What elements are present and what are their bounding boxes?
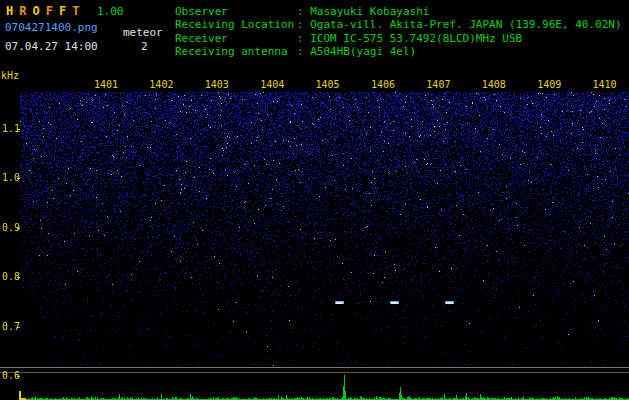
khz-tick-mark: [17, 178, 20, 179]
info-value: : A504HB(yagi 4el): [297, 45, 416, 58]
info-label: Observer: [175, 5, 297, 18]
app-title-letter: H: [6, 4, 13, 18]
minute-tick-label: 1404: [254, 79, 290, 90]
app-title-letter: R: [19, 4, 26, 18]
info-label: Receiver: [175, 32, 297, 45]
app-title-letter: T: [72, 4, 79, 18]
minute-tick-label: 1409: [531, 79, 567, 90]
observation-datetime: 07.04.27 14:00: [5, 40, 98, 53]
strip-divider-line-1: [0, 367, 629, 368]
info-label: Receiving antenna: [175, 45, 297, 58]
khz-tick-mark: [17, 277, 20, 278]
info-label: Receiving Location: [175, 18, 297, 31]
minute-tick-label: 1410: [587, 79, 623, 90]
app-title: HROFFT: [6, 4, 85, 18]
y-axis-unit: kHz: [1, 70, 19, 82]
meteor-label: meteor: [123, 26, 163, 39]
info-value: : Ogata-vill. Akita-Pref. JAPAN (139.96E…: [297, 18, 622, 31]
app-title-letter: O: [32, 4, 39, 18]
output-filename: 0704271400.png: [5, 21, 98, 34]
minute-tick-label: 1407: [420, 79, 456, 90]
signal-strip-canvas: [20, 374, 629, 400]
info-value: : Masayuki Kobayashi: [297, 5, 429, 18]
hrofft-output: HROFFT 1.00 0704271400.png meteor 07.04.…: [0, 0, 629, 400]
station-info-row: Observer: Masayuki Kobayashi: [175, 5, 622, 18]
app-title-letter: F: [59, 4, 66, 18]
minute-tick-label: 1402: [143, 79, 179, 90]
station-info-row: Receiver: ICOM IC-575 53.7492(8LCD)MHz U…: [175, 32, 622, 45]
minute-tick-label: 1406: [365, 79, 401, 90]
strip-divider-line-2: [0, 372, 629, 373]
info-value: : ICOM IC-575 53.7492(8LCD)MHz USB: [297, 32, 522, 45]
minute-tick-label: 1403: [199, 79, 235, 90]
station-info-row: Receiving antenna: A504HB(yagi 4el): [175, 45, 622, 58]
khz-tick-mark: [17, 129, 20, 130]
minute-tick-label: 1401: [88, 79, 124, 90]
app-title-letter: F: [46, 4, 53, 18]
khz-tick-mark: [17, 228, 20, 229]
app-version: 1.00: [97, 5, 124, 18]
station-info-row: Receiving Location: Ogata-vill. Akita-Pr…: [175, 18, 622, 31]
meteor-count: 2: [141, 40, 148, 53]
khz-tick-mark: [17, 327, 20, 328]
spectrogram-canvas: [20, 92, 629, 366]
minute-tick-label: 1405: [310, 79, 346, 90]
khz-tick-mark: [17, 376, 20, 377]
minute-tick-label: 1408: [476, 79, 512, 90]
station-info: Observer: Masayuki KobayashiReceiving Lo…: [175, 5, 622, 59]
